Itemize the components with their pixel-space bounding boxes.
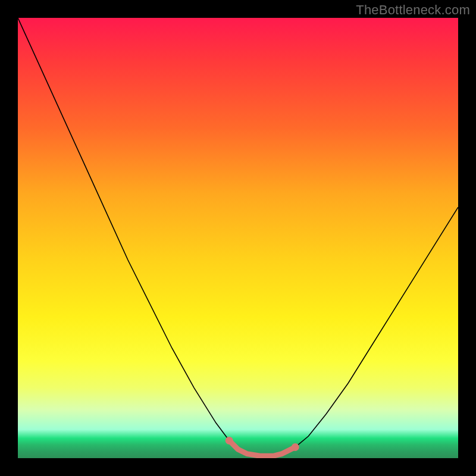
chart-frame: TheBottleneck.com	[0, 0, 476, 476]
bottleneck-curve	[18, 18, 458, 456]
optimal-zone-stroke	[229, 440, 295, 456]
chart-svg	[18, 18, 458, 458]
watermark-text: TheBottleneck.com	[356, 2, 470, 18]
plot-area	[18, 18, 458, 458]
